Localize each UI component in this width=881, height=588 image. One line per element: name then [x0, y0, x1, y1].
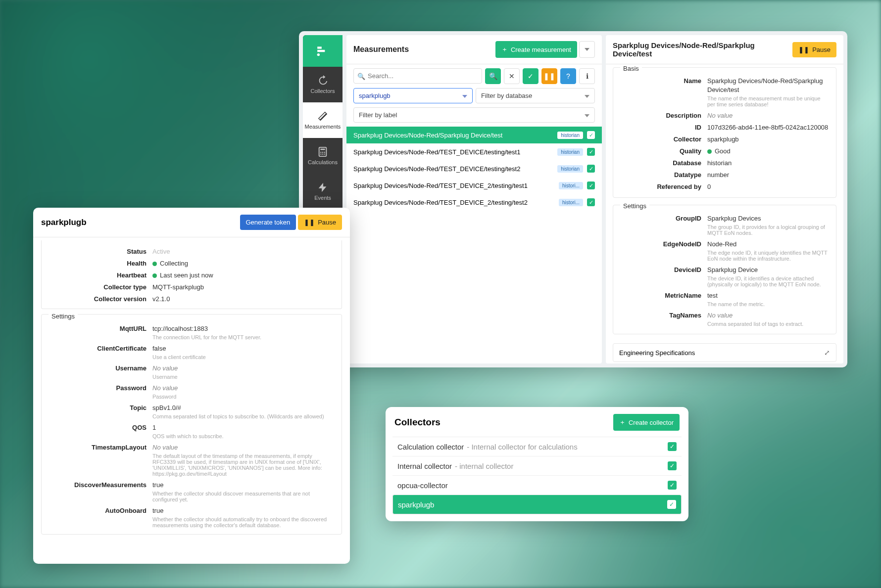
clear-search-button[interactable]: ✕	[504, 68, 520, 84]
field-label: MetricName	[620, 291, 707, 300]
collector-detail-body[interactable]: StatusActive HealthCollecting HeartbeatL…	[33, 237, 350, 564]
field-label: Heartbeat	[49, 271, 152, 280]
field-value: No value	[152, 384, 335, 393]
measurements-panel: Collectors Measurements Calculations Eve…	[299, 31, 847, 367]
collectors-title: Collectors	[394, 417, 440, 428]
collector-row[interactable]: Internal collector - internal collector …	[392, 456, 682, 475]
field-label: Quality	[620, 147, 707, 156]
eng-spec-section[interactable]: Engineering Specifications ⤢	[613, 343, 836, 362]
measurements-title: Measurements	[353, 45, 409, 54]
field-value: No value	[152, 364, 335, 373]
field-label: DiscoverMeasurements	[49, 481, 152, 490]
db-badge: historian	[557, 148, 583, 156]
filter-database-select[interactable]: Filter by database	[476, 88, 595, 103]
measurement-row[interactable]: Sparkplug Devices/Node-Red/TEST_DEVICE_2…	[346, 194, 602, 211]
measurement-row[interactable]: Sparkplug Devices/Node-Red/TEST_DEVICE/t…	[346, 160, 602, 177]
svg-point-8	[320, 153, 321, 154]
detail-title: Sparkplug Devices/Node-Red/Sparkplug Dev…	[613, 41, 792, 58]
field-value: Last seen just now	[152, 271, 335, 280]
collector-row[interactable]: opcua-collector ✓	[392, 475, 682, 495]
help-icon: ?	[566, 72, 570, 80]
sidebar-label: Measurements	[305, 124, 341, 130]
field-label: ID	[620, 123, 707, 132]
info-button[interactable]: ℹ	[579, 68, 595, 84]
field-help: The name of the metric.	[707, 301, 829, 307]
status-dot	[152, 262, 157, 266]
basis-fieldset: Basis NameSparkplug Devices/Node-Red/Spa…	[613, 67, 836, 198]
pause-button[interactable]: ❚❚ Pause	[792, 42, 836, 57]
field-label: EdgeNodeID	[620, 240, 707, 249]
field-value: No value	[707, 311, 829, 320]
fieldset-legend: Settings	[620, 202, 649, 210]
svg-point-5	[320, 152, 321, 153]
toggle-paused-button[interactable]: ❚❚	[541, 68, 557, 84]
create-measurement-button[interactable]: ＋ Create measurement	[495, 41, 577, 58]
field-value: 107d3266-abd4-11ee-8bf5-0242ac120008	[707, 123, 829, 132]
svg-point-10	[324, 153, 325, 154]
svg-rect-1	[317, 50, 325, 52]
field-value: Sparkplug Devices	[707, 214, 829, 223]
filter-collector-select[interactable]: sparkplugb	[353, 88, 473, 103]
field-label: ClientCertificate	[49, 344, 152, 353]
field-value: historian	[707, 159, 829, 168]
svg-point-2	[317, 53, 320, 56]
field-help: The group ID, it provides for a logical …	[707, 224, 829, 236]
field-value: No value	[152, 443, 335, 452]
toggle-checked-button[interactable]: ✓	[523, 68, 538, 84]
plus-icon: ＋	[619, 418, 626, 427]
pause-icon: ❚❚	[304, 219, 315, 226]
check-icon: ✓	[667, 500, 676, 509]
search-button[interactable]: 🔍	[485, 68, 501, 84]
field-help: Password	[152, 394, 335, 400]
measurement-row[interactable]: Sparkplug Devices/Node-Red/TEST_DEVICE/t…	[346, 143, 602, 160]
db-badge: histori...	[559, 199, 583, 206]
measurement-name: Sparkplug Devices/Node-Red/TEST_DEVICE/t…	[353, 148, 553, 156]
field-value: true	[152, 506, 335, 515]
field-label: TimestampLayout	[49, 443, 152, 452]
field-value: test	[707, 291, 829, 300]
field-value: v2.1.0	[152, 295, 335, 304]
create-dropdown-button[interactable]	[579, 41, 595, 58]
field-label: Referenced by	[620, 182, 707, 191]
sidebar-item-calculations[interactable]: Calculations	[303, 138, 343, 174]
filter-label-select[interactable]: Filter by label	[353, 107, 595, 123]
measurement-row[interactable]: Sparkplug Devices/Node-Red/Sparkplug Dev…	[346, 127, 602, 143]
db-badge: histori...	[559, 182, 583, 189]
sidebar-item-events[interactable]: Events	[303, 174, 343, 209]
field-help: Use a client certificate	[152, 354, 335, 360]
measurement-row[interactable]: Sparkplug Devices/Node-Red/TEST_DEVICE_2…	[346, 177, 602, 194]
help-button[interactable]: ?	[560, 68, 576, 84]
check-icon: ✓	[587, 198, 595, 206]
generate-token-button[interactable]: Generate token	[240, 215, 296, 230]
select-value: sparkplugb	[359, 92, 391, 99]
create-collector-button[interactable]: ＋ Create collector	[613, 414, 680, 431]
fieldset-legend: Settings	[49, 313, 78, 320]
check-icon: ✓	[587, 181, 595, 189]
field-label: Health	[49, 259, 152, 268]
collector-name: Calculation collector	[397, 443, 464, 451]
field-label: GroupID	[620, 214, 707, 223]
field-label: AutoOnboard	[49, 506, 152, 515]
svg-rect-4	[320, 149, 325, 150]
pause-button[interactable]: ❚❚Pause	[298, 215, 342, 230]
measurement-detail-pane: Sparkplug Devices/Node-Red/Sparkplug Dev…	[606, 35, 843, 363]
field-label: QOS	[49, 423, 152, 432]
field-value: Good	[707, 147, 829, 156]
field-label: Collector version	[49, 295, 152, 304]
collector-row[interactable]: Calculation collector - Internal collect…	[392, 437, 682, 456]
field-help: The edge node ID, it uniquely identifies…	[707, 250, 829, 262]
field-help: The name of the measurement must be uniq…	[707, 95, 829, 107]
sidebar-item-measurements[interactable]: Measurements	[303, 102, 343, 138]
search-input[interactable]	[353, 68, 482, 84]
collectors-list: Calculation collector - Internal collect…	[392, 437, 682, 514]
field-help: Whether the collector should discover me…	[152, 491, 335, 502]
field-value: number	[707, 171, 829, 180]
collector-title: sparkplugb	[41, 218, 87, 227]
close-icon: ✕	[509, 72, 515, 80]
sidebar-item-collectors[interactable]: Collectors	[303, 67, 343, 102]
field-label: Description	[620, 111, 707, 120]
measurements-list: Sparkplug Devices/Node-Red/Sparkplug Dev…	[346, 127, 602, 211]
collector-row[interactable]: sparkplugb ✓	[392, 495, 682, 514]
svg-point-9	[322, 153, 323, 154]
field-help: The default layout of the timestamp of t…	[152, 453, 335, 477]
